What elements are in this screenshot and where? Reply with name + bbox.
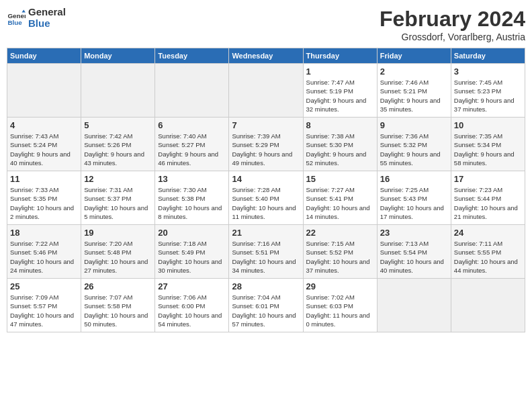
day-info: Sunrise: 7:30 AMSunset: 5:38 PMDaylight:…	[158, 185, 226, 221]
day-cell: 10Sunrise: 7:35 AMSunset: 5:34 PMDayligh…	[451, 118, 525, 171]
day-cell	[451, 279, 525, 332]
logo-icon: General Blue	[7, 9, 26, 28]
day-number: 8	[306, 120, 374, 130]
week-row-1: 1Sunrise: 7:47 AMSunset: 5:19 PMDaylight…	[7, 64, 525, 118]
day-number: 10	[454, 120, 522, 130]
day-number: 6	[158, 120, 226, 130]
day-number: 11	[10, 174, 78, 184]
day-cell: 11Sunrise: 7:33 AMSunset: 5:35 PMDayligh…	[7, 171, 81, 225]
day-info: Sunrise: 7:23 AMSunset: 5:44 PMDaylight:…	[454, 185, 522, 221]
day-info: Sunrise: 7:07 AMSunset: 5:58 PMDaylight:…	[84, 293, 152, 328]
day-number: 20	[158, 228, 226, 238]
day-info: Sunrise: 7:06 AMSunset: 6:00 PMDaylight:…	[158, 293, 226, 328]
weekday-header-sunday: Sunday	[7, 48, 81, 64]
calendar-subtitle: Grossdorf, Vorarlberg, Austria	[380, 32, 525, 42]
day-info: Sunrise: 7:09 AMSunset: 5:57 PMDaylight:…	[10, 293, 78, 328]
day-number: 29	[306, 281, 374, 291]
day-cell: 25Sunrise: 7:09 AMSunset: 5:57 PMDayligh…	[7, 279, 81, 332]
day-info: Sunrise: 7:39 AMSunset: 5:29 PMDaylight:…	[232, 132, 300, 167]
day-cell: 17Sunrise: 7:23 AMSunset: 5:44 PMDayligh…	[451, 171, 525, 225]
day-info: Sunrise: 7:20 AMSunset: 5:48 PMDaylight:…	[84, 239, 152, 275]
day-number: 2	[380, 66, 448, 77]
day-info: Sunrise: 7:22 AMSunset: 5:46 PMDaylight:…	[10, 239, 78, 275]
day-number: 7	[232, 120, 300, 130]
day-cell: 3Sunrise: 7:45 AMSunset: 5:23 PMDaylight…	[451, 64, 525, 118]
logo-line1: General	[28, 7, 66, 18]
day-info: Sunrise: 7:31 AMSunset: 5:37 PMDaylight:…	[84, 185, 152, 221]
day-number: 12	[84, 174, 152, 184]
day-cell	[377, 279, 451, 332]
day-info: Sunrise: 7:33 AMSunset: 5:35 PMDaylight:…	[10, 185, 78, 221]
weekday-header-friday: Friday	[377, 48, 451, 64]
day-cell: 6Sunrise: 7:40 AMSunset: 5:27 PMDaylight…	[155, 118, 229, 171]
day-info: Sunrise: 7:02 AMSunset: 6:03 PMDaylight:…	[306, 293, 374, 328]
day-info: Sunrise: 7:38 AMSunset: 5:30 PMDaylight:…	[306, 132, 374, 167]
day-info: Sunrise: 7:47 AMSunset: 5:19 PMDaylight:…	[306, 78, 374, 113]
day-info: Sunrise: 7:15 AMSunset: 5:52 PMDaylight:…	[306, 239, 374, 275]
day-number: 19	[84, 228, 152, 238]
day-cell	[7, 64, 81, 118]
day-number: 26	[84, 281, 152, 291]
day-info: Sunrise: 7:40 AMSunset: 5:27 PMDaylight:…	[158, 132, 226, 167]
day-cell: 29Sunrise: 7:02 AMSunset: 6:03 PMDayligh…	[303, 279, 377, 332]
day-cell: 21Sunrise: 7:16 AMSunset: 5:51 PMDayligh…	[229, 225, 303, 279]
day-info: Sunrise: 7:27 AMSunset: 5:41 PMDaylight:…	[306, 185, 374, 221]
logo-line2: Blue	[28, 18, 66, 30]
title-block: February 2024 Grossdorf, Vorarlberg, Aus…	[380, 7, 525, 42]
weekday-header-saturday: Saturday	[451, 48, 525, 64]
day-info: Sunrise: 7:28 AMSunset: 5:40 PMDaylight:…	[232, 185, 300, 221]
day-cell: 5Sunrise: 7:42 AMSunset: 5:26 PMDaylight…	[81, 118, 155, 171]
day-cell: 28Sunrise: 7:04 AMSunset: 6:01 PMDayligh…	[229, 279, 303, 332]
day-info: Sunrise: 7:13 AMSunset: 5:54 PMDaylight:…	[380, 239, 448, 275]
day-info: Sunrise: 7:42 AMSunset: 5:26 PMDaylight:…	[84, 132, 152, 167]
day-number: 4	[10, 120, 78, 130]
day-info: Sunrise: 7:35 AMSunset: 5:34 PMDaylight:…	[454, 132, 522, 167]
day-info: Sunrise: 7:45 AMSunset: 5:23 PMDaylight:…	[454, 78, 522, 113]
day-number: 18	[10, 228, 78, 238]
day-number: 9	[380, 120, 448, 130]
day-info: Sunrise: 7:16 AMSunset: 5:51 PMDaylight:…	[232, 239, 300, 275]
day-cell: 26Sunrise: 7:07 AMSunset: 5:58 PMDayligh…	[81, 279, 155, 332]
week-row-4: 18Sunrise: 7:22 AMSunset: 5:46 PMDayligh…	[7, 225, 525, 279]
day-cell: 15Sunrise: 7:27 AMSunset: 5:41 PMDayligh…	[303, 171, 377, 225]
day-cell: 14Sunrise: 7:28 AMSunset: 5:40 PMDayligh…	[229, 171, 303, 225]
day-info: Sunrise: 7:04 AMSunset: 6:01 PMDaylight:…	[232, 293, 300, 328]
weekday-header-wednesday: Wednesday	[229, 48, 303, 64]
day-cell: 22Sunrise: 7:15 AMSunset: 5:52 PMDayligh…	[303, 225, 377, 279]
weekday-header-thursday: Thursday	[303, 48, 377, 64]
day-number: 27	[158, 281, 226, 291]
day-cell: 24Sunrise: 7:11 AMSunset: 5:55 PMDayligh…	[451, 225, 525, 279]
day-cell	[81, 64, 155, 118]
day-number: 13	[158, 174, 226, 184]
calendar-table: SundayMondayTuesdayWednesdayThursdayFrid…	[7, 48, 525, 332]
day-number: 5	[84, 120, 152, 130]
day-info: Sunrise: 7:43 AMSunset: 5:24 PMDaylight:…	[10, 132, 78, 167]
weekday-header-monday: Monday	[81, 48, 155, 64]
day-cell: 23Sunrise: 7:13 AMSunset: 5:54 PMDayligh…	[377, 225, 451, 279]
day-info: Sunrise: 7:11 AMSunset: 5:55 PMDaylight:…	[454, 239, 522, 275]
week-row-2: 4Sunrise: 7:43 AMSunset: 5:24 PMDaylight…	[7, 118, 525, 171]
day-cell: 2Sunrise: 7:46 AMSunset: 5:21 PMDaylight…	[377, 64, 451, 118]
day-number: 25	[10, 281, 78, 291]
week-row-5: 25Sunrise: 7:09 AMSunset: 5:57 PMDayligh…	[7, 279, 525, 332]
day-cell: 20Sunrise: 7:18 AMSunset: 5:49 PMDayligh…	[155, 225, 229, 279]
day-info: Sunrise: 7:18 AMSunset: 5:49 PMDaylight:…	[158, 239, 226, 275]
day-cell: 7Sunrise: 7:39 AMSunset: 5:29 PMDaylight…	[229, 118, 303, 171]
day-number: 21	[232, 228, 300, 238]
day-cell: 12Sunrise: 7:31 AMSunset: 5:37 PMDayligh…	[81, 171, 155, 225]
weekday-header-row: SundayMondayTuesdayWednesdayThursdayFrid…	[7, 48, 525, 64]
day-cell	[229, 64, 303, 118]
day-cell: 4Sunrise: 7:43 AMSunset: 5:24 PMDaylight…	[7, 118, 81, 171]
calendar-title: February 2024	[380, 7, 525, 32]
svg-text:Blue: Blue	[7, 18, 22, 26]
day-cell: 13Sunrise: 7:30 AMSunset: 5:38 PMDayligh…	[155, 171, 229, 225]
page-header: General Blue General Blue February 2024 …	[7, 7, 525, 42]
day-cell: 9Sunrise: 7:36 AMSunset: 5:32 PMDaylight…	[377, 118, 451, 171]
day-info: Sunrise: 7:46 AMSunset: 5:21 PMDaylight:…	[380, 78, 448, 113]
day-info: Sunrise: 7:25 AMSunset: 5:43 PMDaylight:…	[380, 185, 448, 221]
day-number: 16	[380, 174, 448, 184]
day-number: 23	[380, 228, 448, 238]
day-cell: 1Sunrise: 7:47 AMSunset: 5:19 PMDaylight…	[303, 64, 377, 118]
day-number: 22	[306, 228, 374, 238]
svg-marker-2	[21, 9, 26, 12]
